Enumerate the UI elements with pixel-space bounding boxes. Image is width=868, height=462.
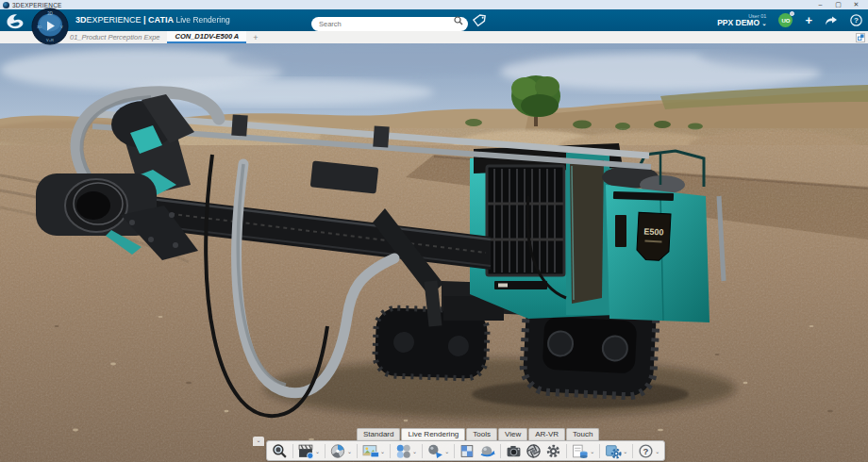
brand-mode: Live Rendering — [175, 15, 229, 25]
texture-cube-icon — [459, 443, 476, 459]
exposure-button[interactable] — [525, 443, 542, 459]
help-icon: ? — [850, 14, 862, 26]
help-button[interactable]: ? — [850, 14, 862, 26]
tag-icon[interactable] — [472, 12, 487, 27]
toolbar-collapse-button[interactable]: ⌄ — [253, 437, 264, 446]
chevron-down-icon: ⌄ — [761, 21, 766, 26]
zoom-tool-button[interactable] — [271, 443, 289, 459]
share-arrow-icon — [825, 15, 838, 26]
search-icon[interactable] — [454, 16, 463, 25]
toolbar-tab-touch[interactable]: Touch — [566, 428, 599, 440]
svg-text:3D: 3D — [37, 25, 42, 29]
brand-catia: CATIA — [148, 15, 174, 25]
svg-text:V+R: V+R — [46, 38, 54, 42]
toolbar-tab-tools[interactable]: Tools — [466, 428, 497, 440]
maximize-button[interactable]: ▢ — [829, 0, 847, 9]
share-button[interactable] — [825, 15, 838, 26]
data-export-icon — [572, 443, 589, 459]
chevron-down-icon: ⌄ — [380, 448, 385, 454]
brand-separator: | — [143, 15, 146, 25]
avatar[interactable]: UO — [778, 13, 793, 27]
add-content-button[interactable]: + — [805, 14, 812, 26]
e500-badge: E500 — [636, 212, 671, 261]
chevron-down-icon: ⌄ — [655, 448, 659, 454]
turntable-sphere-icon — [479, 443, 495, 459]
user-menu[interactable]: User 01 PPX DEMO ⌄ — [717, 13, 766, 27]
settings-gear-icon — [605, 443, 622, 459]
svg-text:?: ? — [643, 445, 649, 455]
materials-button[interactable]: ⌄ — [394, 443, 418, 459]
status-dot — [790, 11, 794, 16]
search-input[interactable] — [311, 17, 468, 31]
document-tab-bar: 01_Product Perception Expe CON_D1DV-E500… — [0, 31, 868, 43]
svg-text:V: V — [60, 25, 63, 29]
chevron-down-icon: ⌄ — [444, 448, 449, 454]
data-export-button[interactable]: ⌄ — [571, 443, 595, 459]
toolbar-tab-live-rendering[interactable]: Live Rendering — [401, 428, 465, 440]
animation-button[interactable]: ⌄ — [297, 443, 321, 459]
render-setup-button[interactable]: ⌄ — [329, 443, 353, 459]
shader-button[interactable]: ⌄ — [426, 443, 450, 459]
app-bar: 3D V+R 3D V 3DEXPERIENCE | CATIA Live Re… — [0, 9, 868, 31]
toolbar-tab-strip: Standard Live Rendering Tools View AR-VR… — [357, 428, 599, 440]
gear-icon — [545, 443, 561, 459]
chevron-down-icon: ⌄ — [623, 448, 627, 454]
search-box — [311, 13, 468, 27]
snapshot-button[interactable] — [505, 443, 523, 459]
svg-text:E500: E500 — [643, 226, 664, 237]
tab-con-d1dv-e500[interactable]: CON_D1DV-E500 A — [167, 31, 246, 43]
app-icon — [3, 2, 9, 8]
chevron-down-icon: ⌄ — [412, 448, 417, 454]
3d-viewport[interactable]: E500 — [0, 43, 868, 462]
minimize-button[interactable]: – — [811, 0, 829, 9]
brand-experience: EXPERIENCE — [87, 15, 142, 25]
environment-button[interactable]: ⌄ — [361, 443, 386, 459]
svg-text:?: ? — [854, 16, 859, 25]
user-account-label: PPX DEMO — [717, 18, 760, 27]
action-bar: ⌄ ⌄ ⌄ — [266, 440, 665, 461]
cab — [470, 143, 623, 319]
chevron-down-icon: ⌄ — [347, 448, 352, 454]
camera-icon — [506, 443, 522, 459]
preferences-button[interactable]: ⌄ — [604, 443, 628, 459]
toolbar-tab-standard[interactable]: Standard — [357, 428, 400, 440]
window-titlebar: 3DEXPERIENCE – ▢ ✕ — [0, 0, 868, 9]
texture-button[interactable] — [459, 443, 476, 459]
clapperboard-icon — [298, 443, 314, 459]
chevron-down-icon: ⌄ — [590, 448, 594, 454]
new-tab-button[interactable]: + — [246, 31, 264, 43]
3dexperience-compass[interactable]: 3D V+R 3D V — [31, 8, 69, 45]
svg-text:3D: 3D — [47, 11, 54, 16]
close-button[interactable]: ✕ — [847, 0, 865, 9]
zoom-magnifier-icon — [272, 443, 288, 459]
tab-label: CON_D1DV-E500 A — [175, 32, 239, 41]
avatar-initials: UO — [781, 18, 790, 24]
environment-image-icon — [362, 443, 379, 459]
chevron-down-icon: ⌄ — [315, 448, 320, 454]
shader-sphere-icon — [427, 443, 443, 459]
aperture-icon — [526, 443, 542, 459]
render-disc-icon — [330, 443, 346, 459]
dassault-3ds-logo-icon[interactable] — [4, 11, 28, 29]
expand-window-button[interactable] — [856, 33, 865, 42]
toolbar-help-button[interactable]: ? ⌄ — [637, 443, 660, 459]
brand-3d: 3D — [75, 15, 87, 25]
brand-text: 3DEXPERIENCE | CATIA Live Rendering — [75, 15, 230, 25]
tab-label: 01_Product Perception Expe — [70, 33, 159, 41]
material-spheres-icon — [395, 443, 411, 459]
render-settings-button[interactable] — [544, 443, 562, 459]
toolbar-tab-ar-vr[interactable]: AR-VR — [528, 428, 565, 440]
application-window: 3DEXPERIENCE – ▢ ✕ 3D V+R 3D V 3DEXPERIE… — [0, 0, 868, 462]
turntable-button[interactable] — [478, 443, 496, 459]
tab-product-perception[interactable]: 01_Product Perception Expe — [62, 31, 167, 43]
expand-icon — [858, 34, 864, 41]
help-circle-icon: ? — [638, 443, 654, 459]
toolbar-tab-view[interactable]: View — [498, 428, 527, 440]
